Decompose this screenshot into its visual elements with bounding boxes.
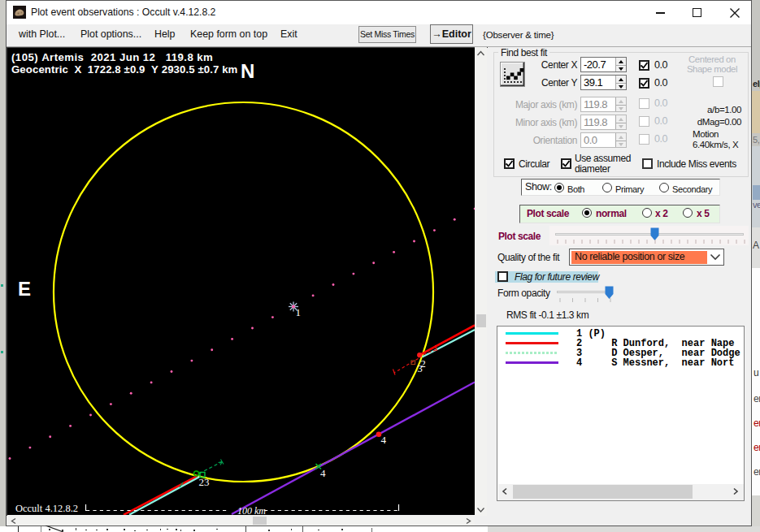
svg-text:4: 4 xyxy=(320,467,326,479)
svg-text:100 km: 100 km xyxy=(237,505,266,516)
svg-text:N: N xyxy=(241,60,254,82)
svg-text:Occult 4.12.8.2: Occult 4.12.8.2 xyxy=(15,503,78,514)
svg-text:E: E xyxy=(18,278,31,300)
svg-text:23: 23 xyxy=(199,476,210,488)
svg-text:1: 1 xyxy=(296,306,302,318)
svg-text:3: 3 xyxy=(418,363,423,374)
svg-text:4: 4 xyxy=(381,434,387,446)
svg-text:Geocentric X 1722.8 ±0.9 Y: Geocentric X 1722.8 ±0.9 Y 2930.5 ±0.7 k… xyxy=(11,63,237,76)
svg-text:(105) Artemis 2021 Jun 12 1: (105) Artemis 2021 Jun 12 119.8 km xyxy=(11,51,213,63)
